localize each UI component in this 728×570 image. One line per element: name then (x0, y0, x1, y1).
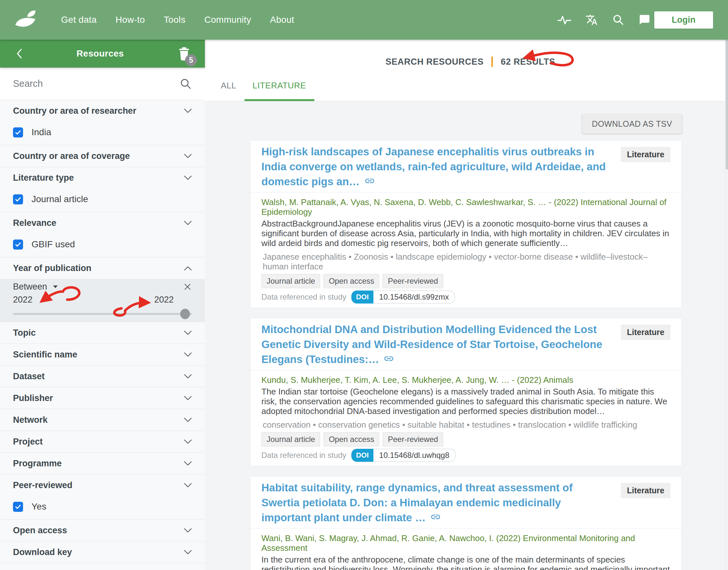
filter-header-scientific-name[interactable]: Scientific name (13, 344, 192, 365)
doi-link[interactable]: DOI10.15468/dl.uwhqg8 (351, 449, 455, 462)
filter-section-project: Project (0, 431, 205, 453)
slider-handle[interactable] (180, 309, 190, 319)
doi-prefix-label: Data referenced in study (261, 451, 346, 460)
tab-all[interactable]: ALL (213, 80, 244, 101)
download-tsv-button[interactable]: DOWNLOAD AS TSV (582, 114, 682, 133)
chevron-down-icon (184, 108, 192, 113)
chat-icon[interactable] (639, 14, 650, 26)
result-tags: Journal articleOpen accessPeer-reviewed (261, 274, 671, 288)
results-count-row: SEARCH RESOURCES 62 RESULTS (213, 56, 728, 67)
filter-list: Country or area of researcherIndiaCountr… (0, 100, 205, 563)
result-keywords: conservation • conservation genetics • s… (261, 420, 671, 430)
scrollbar-thumb[interactable] (726, 40, 728, 170)
checkbox-checked[interactable] (13, 194, 23, 205)
checkbox-checked[interactable] (13, 502, 23, 512)
link-icon[interactable] (384, 353, 394, 364)
search-input[interactable] (13, 78, 179, 89)
top-navigation: Get dataHow-toToolsCommunityAbout Login (0, 0, 728, 40)
result-card: High-risk landscapes of Japanese encepha… (250, 140, 682, 308)
result-card: Habitat suitability, range dynamics, and… (250, 476, 682, 570)
filter-header-publisher[interactable]: Publisher (13, 387, 192, 409)
doi-badge: DOI (351, 449, 373, 462)
filter-label: Programme (13, 459, 62, 469)
nav-menu: Get dataHow-toToolsCommunityAbout (61, 15, 294, 25)
checkbox-checked[interactable] (13, 127, 23, 137)
range-mode-dropdown[interactable]: Between (13, 282, 58, 292)
results-content: DOWNLOAD AS TSV High-risk landscapes of … (205, 101, 728, 570)
range-mode-label: Between (13, 282, 47, 292)
filter-header-dataset[interactable]: Dataset (13, 365, 192, 387)
filter-label: Scientific name (13, 350, 77, 360)
filter-label: Open access (13, 526, 67, 536)
result-title-link[interactable]: Habitat suitability, range dynamics, and… (261, 482, 573, 524)
result-authors: Wani, B. Wani, S. Magray, J. Ahmad, R. G… (261, 533, 671, 553)
page-scrollbar[interactable] (725, 40, 728, 570)
login-button[interactable]: Login (654, 11, 713, 29)
filter-option-gbif-used[interactable]: GBIF used (13, 234, 192, 255)
close-icon[interactable] (183, 282, 192, 291)
nav-item-how-to[interactable]: How-to (116, 15, 145, 25)
nav-item-about[interactable]: About (270, 15, 294, 25)
chevron-down-icon (184, 528, 192, 533)
filter-header-literature-type[interactable]: Literature type (13, 167, 192, 189)
filter-label: Network (13, 415, 48, 425)
filter-header-project[interactable]: Project (13, 431, 192, 452)
filter-header-country-or-area-of-researcher[interactable]: Country or area of researcher (13, 100, 192, 121)
filter-header-country-or-area-of-coverage[interactable]: Country or area of coverage (13, 145, 192, 167)
result-title: Mitochondrial DNA and Distribution Model… (261, 322, 610, 367)
checkbox-checked[interactable] (13, 240, 23, 250)
back-button[interactable] (16, 48, 23, 59)
tag-chip-journal-article: Journal article (261, 274, 320, 288)
result-authors: Kundu, S. Mukherjee, T. Kim, A. Lee, S. … (261, 375, 671, 385)
filter-option-journal-article[interactable]: Journal article (13, 189, 192, 210)
result-card: Mitochondrial DNA and Distribution Model… (250, 318, 682, 466)
filter-option-yes[interactable]: Yes (13, 496, 192, 517)
result-abstract: In the current era of the anthropocene, … (261, 555, 671, 570)
search-icon[interactable] (612, 14, 624, 26)
filter-header-relevance[interactable]: Relevance (13, 212, 192, 234)
result-keywords: Japanese encephalitis • Zoonosis • lands… (261, 252, 671, 271)
link-icon[interactable] (430, 512, 441, 522)
chevron-down-icon (184, 461, 192, 466)
filter-header-topic[interactable]: Topic (13, 322, 192, 343)
filter-header-year-of-publication[interactable]: Year of publication (0, 257, 205, 279)
year-from-value: 2022 (13, 295, 32, 305)
caret-down-icon (52, 285, 58, 289)
search-icon[interactable] (179, 78, 192, 90)
clear-filters-button[interactable]: 5 (178, 46, 191, 61)
filter-header-download-key[interactable]: Download key (13, 541, 192, 563)
link-icon[interactable] (364, 176, 375, 186)
filter-section-programme: Programme (0, 453, 205, 475)
filter-header-network[interactable]: Network (13, 409, 192, 431)
result-title-link[interactable]: Mitochondrial DNA and Distribution Model… (261, 323, 602, 365)
filter-label: Year of publication (13, 263, 92, 273)
year-slider[interactable] (13, 309, 192, 319)
translate-icon[interactable] (586, 14, 598, 26)
doi-link[interactable]: DOI10.15468/dl.s99zmx (351, 291, 455, 304)
slider-track[interactable] (13, 313, 192, 315)
activity-icon[interactable] (558, 15, 571, 25)
gbif-logo[interactable] (14, 7, 39, 32)
literature-badge: Literature (621, 483, 671, 498)
chevron-down-icon (184, 483, 192, 488)
doi-value: 10.15468/dl.s99zmx (374, 291, 455, 304)
chevron-down-icon (184, 396, 192, 401)
filter-section-download-key: Download key (0, 541, 205, 563)
results-header: SEARCH RESOURCES 62 RESULTS ALLLITERATUR… (205, 40, 728, 101)
filter-section-publisher: Publisher (0, 387, 205, 409)
doi-row: Data referenced in studyDOI10.15468/dl.s… (261, 291, 671, 303)
result-title: High-risk landscapes of Japanese encepha… (261, 144, 610, 189)
result-title-link[interactable]: High-risk landscapes of Japanese encepha… (261, 146, 606, 188)
filter-option-india[interactable]: India (13, 121, 192, 143)
tab-literature[interactable]: LITERATURE (244, 80, 314, 101)
nav-item-get-data[interactable]: Get data (61, 15, 97, 25)
filter-header-open-access[interactable]: Open access (13, 520, 192, 541)
filter-section-dataset: Dataset (0, 365, 205, 387)
tag-chip-open-access: Open access (323, 274, 379, 288)
nav-item-tools[interactable]: Tools (164, 15, 185, 25)
filter-section-scientific-name: Scientific name (0, 344, 205, 365)
filter-option-label: GBIF used (31, 239, 75, 250)
filter-header-programme[interactable]: Programme (13, 453, 192, 474)
filter-header-peer-reviewed[interactable]: Peer-reviewed (13, 475, 192, 496)
nav-item-community[interactable]: Community (204, 15, 251, 25)
